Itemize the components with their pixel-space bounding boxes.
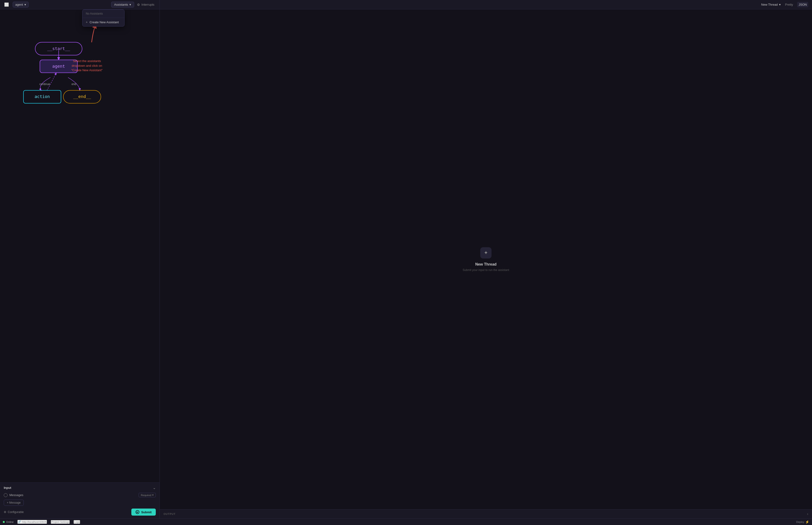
top-bar: ⬜ agent ▾ Assistants ▾ ⚙ Interrupts New … — [0, 0, 812, 10]
deploy-label: Deploy — [796, 521, 804, 523]
right-panel-main: ✦ New Thread Submit your input to run th… — [160, 10, 812, 509]
pretty-label: Pretty — [785, 3, 793, 6]
agent-label: agent — [15, 3, 23, 6]
json-label: JSON — [799, 3, 807, 6]
sidebar-toggle-button[interactable]: ⬜ — [2, 1, 11, 8]
svg-text:end: end — [72, 82, 76, 86]
localhost-url: http://localhost:60605 — [22, 521, 47, 523]
graph-area[interactable]: No Assistants + Create New Assistant — [0, 10, 159, 482]
right-panel-title: New Thread — [475, 262, 497, 267]
required-chevron-icon: ▾ — [152, 494, 154, 497]
output-bar: OUTPUT › — [160, 509, 812, 519]
input-panel-header: Input ⌄ — [4, 485, 156, 490]
input-panel-footer: ⚙ Configurable ▶ Submit — [4, 509, 156, 515]
top-bar-right: New Thread ▾ Pretty JSON — [757, 0, 812, 9]
agent-dropdown-button[interactable]: agent ▾ — [13, 2, 29, 7]
output-label: OUTPUT — [164, 512, 175, 515]
left-panel: No Assistants + Create New Assistant — [0, 10, 160, 519]
required-label: Required — [141, 494, 151, 497]
svg-text:__end__: __end__ — [73, 94, 91, 99]
messages-row: Messages Required ▾ — [4, 493, 156, 497]
graph-svg: __start__ agent continue end action __en… — [0, 10, 159, 160]
create-new-assistant-item[interactable]: + Create New Assistant — [82, 18, 124, 26]
required-badge-button[interactable]: Required ▾ — [139, 493, 156, 497]
no-assistants-label: No Assistants — [82, 10, 124, 18]
online-label: Online — [6, 521, 14, 523]
plus-icon: + — [86, 20, 88, 24]
project-settings-label: Project Settings — [51, 521, 69, 523]
input-collapse-button[interactable]: ⌄ — [153, 485, 156, 490]
link-icon: 🔗 — [18, 520, 21, 523]
input-panel: Input ⌄ Messages Required ▾ + Message ⚙ — [0, 482, 159, 519]
assistants-dropdown-menu: No Assistants + Create New Assistant — [82, 10, 124, 27]
main-content: No Assistants + Create New Assistant — [0, 10, 812, 519]
messages-text: Messages — [10, 493, 23, 497]
agent-chevron-icon: ▾ — [25, 3, 26, 6]
svg-text:action: action — [34, 94, 50, 99]
sidebar-toggle-icon: ⬜ — [4, 3, 9, 6]
status-bar: Online 🔗 http://localhost:60605 Project … — [0, 519, 812, 525]
deploy-icon: ⚡ — [805, 520, 809, 524]
deploy-button[interactable]: Deploy ⚡ — [796, 520, 809, 524]
svg-text:agent: agent — [52, 64, 65, 69]
interrupts-label: Interrupts — [141, 3, 154, 6]
create-new-assistant-label: Create New Assistant — [90, 20, 119, 24]
add-message-label: + Message — [7, 501, 21, 504]
new-thread-label: New Thread — [761, 3, 778, 6]
configurable-button[interactable]: ⚙ Configurable — [4, 510, 24, 514]
configurable-label: Configurable — [8, 510, 24, 514]
submit-button[interactable]: ▶ Submit — [131, 509, 156, 515]
chat-icon — [4, 493, 7, 497]
online-dot — [3, 521, 5, 523]
json-button[interactable]: JSON — [797, 2, 808, 7]
new-thread-chevron-icon: ▾ — [779, 3, 781, 6]
project-settings-button[interactable]: Project Settings — [51, 520, 70, 524]
pretty-button[interactable]: Pretty — [784, 2, 794, 7]
output-expand-button[interactable]: › — [807, 512, 808, 516]
gear-icon: ⚙ — [137, 3, 140, 6]
svg-text:continue: continue — [40, 82, 50, 86]
assistants-chevron-icon: ▾ — [129, 3, 131, 6]
gear-icon: ⚙ — [4, 510, 6, 514]
logs-button[interactable]: Logs — [74, 520, 80, 524]
svg-text:__start__: __start__ — [47, 46, 70, 51]
status-left: Online 🔗 http://localhost:60605 Project … — [3, 520, 80, 524]
localhost-link-button[interactable]: 🔗 http://localhost:60605 — [17, 520, 47, 524]
online-indicator: Online — [3, 521, 14, 523]
right-panel: ✦ New Thread Submit your input to run th… — [160, 10, 812, 519]
input-title: Input — [4, 486, 11, 490]
messages-label: Messages — [4, 493, 23, 497]
assistants-dropdown-button[interactable]: Assistants ▾ — [111, 2, 134, 7]
play-icon: ▶ — [136, 510, 139, 514]
assistants-label: Assistants — [114, 3, 128, 6]
new-thread-sparkle-icon: ✦ — [480, 247, 491, 258]
interrupts-button[interactable]: ⚙ Interrupts — [134, 2, 157, 7]
new-thread-button[interactable]: New Thread ▾ — [761, 3, 781, 6]
submit-label: Submit — [141, 510, 152, 514]
logs-label: Logs — [74, 521, 80, 523]
add-message-button[interactable]: + Message — [4, 500, 24, 506]
top-bar-left: ⬜ agent ▾ Assistants ▾ ⚙ Interrupts — [0, 0, 160, 9]
right-panel-subtitle: Submit your input to run the assistant — [463, 268, 509, 272]
